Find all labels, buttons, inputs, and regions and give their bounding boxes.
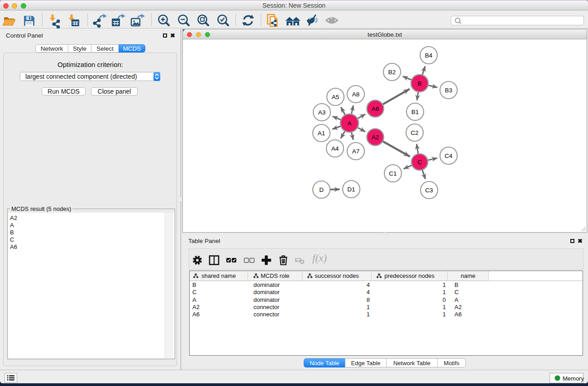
svg-text:A2: A2 — [372, 134, 379, 141]
svg-text:C4: C4 — [445, 152, 453, 159]
svg-text:C1: C1 — [389, 170, 397, 177]
svg-text:B: B — [417, 80, 421, 87]
svg-text:A5: A5 — [332, 94, 339, 100]
svg-text:B3: B3 — [445, 87, 453, 94]
svg-text:B2: B2 — [388, 69, 396, 76]
svg-text:B1: B1 — [411, 109, 419, 115]
svg-text:C: C — [417, 159, 422, 166]
svg-text:C2: C2 — [411, 129, 418, 136]
svg-text:A3: A3 — [318, 109, 326, 116]
svg-text:A4: A4 — [331, 145, 339, 152]
svg-text:A: A — [347, 120, 351, 127]
svg-text:A8: A8 — [352, 91, 360, 98]
svg-text:D1: D1 — [347, 186, 355, 193]
svg-text:A6: A6 — [372, 105, 379, 112]
svg-text:A7: A7 — [352, 148, 360, 155]
svg-text:C3: C3 — [425, 187, 433, 194]
svg-text:B4: B4 — [425, 52, 433, 59]
svg-text:D: D — [319, 186, 324, 193]
svg-text:A1: A1 — [318, 130, 325, 137]
